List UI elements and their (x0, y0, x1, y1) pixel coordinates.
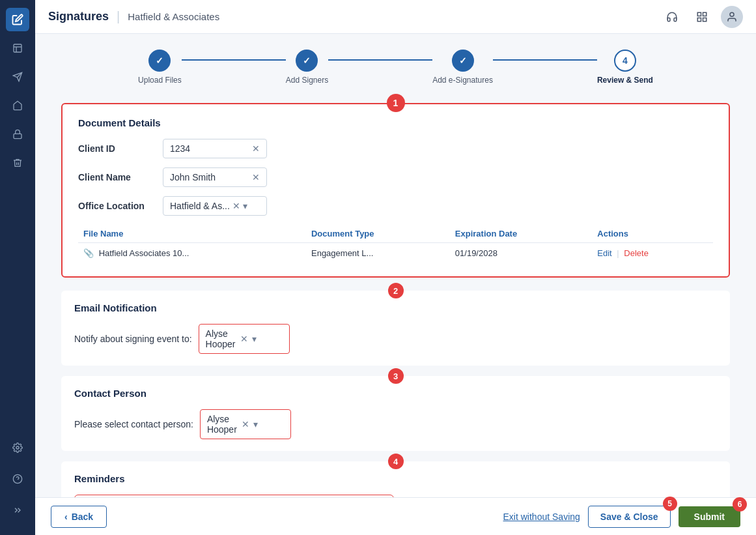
step-label-esig: Add e-Signatures (432, 76, 493, 85)
step-circle-esig: ✓ (452, 50, 474, 72)
client-id-value: 1234 (170, 143, 247, 154)
doc-details-title: Document Details (78, 117, 713, 128)
svg-rect-9 (697, 12, 701, 16)
reminders-box: Send automatic reminders every 7 days ▾ … (74, 495, 394, 497)
document-details-section: 1 Document Details Client ID 1234 ✕ Clie… (61, 103, 730, 278)
client-id-row: Client ID 1234 ✕ (78, 139, 713, 158)
submit-wrapper: 6 Submit (679, 506, 740, 527)
step-line-3 (493, 59, 597, 61)
back-button[interactable]: ‹ Back (51, 506, 107, 528)
action-separator: | (617, 248, 619, 258)
stepper: ✓ Upload Files ✓ Add Signers ✓ Add e-Sig… (61, 50, 730, 85)
submit-button[interactable]: Submit (679, 506, 740, 527)
client-name-value: John Smith (170, 172, 247, 182)
svg-point-6 (16, 446, 19, 449)
col-header-actions: Actions (592, 225, 713, 243)
email-notification-select[interactable]: Alyse Hooper ✕ ▾ (199, 324, 290, 354)
svg-rect-12 (703, 18, 707, 21)
sidebar-item-docs[interactable] (6, 36, 29, 60)
exit-without-saving-button[interactable]: Exit without Saving (503, 512, 580, 522)
user-avatar[interactable] (721, 6, 743, 28)
contact-select-row: Please select contact person: Alyse Hoop… (74, 409, 717, 439)
office-location-clear-button[interactable]: ✕ (232, 201, 240, 210)
client-name-input[interactable]: John Smith ✕ (163, 167, 267, 187)
sidebar-item-settings[interactable] (6, 436, 29, 459)
back-chevron-icon: ‹ (64, 512, 68, 522)
section-badge-2: 2 (388, 283, 404, 298)
client-id-input[interactable]: 1234 ✕ (163, 139, 267, 158)
reminders-section: 4 Reminders Send automatic reminders eve… (61, 461, 730, 497)
email-notification-section: 2 Email Notification Notify about signin… (61, 291, 730, 366)
email-notification-title: Email Notification (74, 302, 717, 313)
step-upload: ✓ Upload Files (138, 50, 182, 85)
save-close-button[interactable]: Save & Close (588, 506, 671, 528)
contact-person-section: 3 Contact Person Please select contact p… (61, 376, 730, 451)
step-esignatures: ✓ Add e-Signatures (432, 50, 493, 85)
headphone-icon[interactable] (661, 6, 683, 28)
step-label-upload: Upload Files (138, 76, 182, 85)
client-name-row: Client Name John Smith ✕ (78, 167, 713, 187)
step-review: 4 Review & Send (597, 50, 653, 85)
svg-rect-10 (703, 12, 707, 16)
office-location-label: Office Location (78, 201, 163, 211)
sidebar-item-expand[interactable] (6, 499, 29, 522)
office-location-row: Office Location Hatfield & As... ✕ ▾ (78, 196, 713, 216)
back-button-label: Back (72, 512, 93, 522)
sidebar-item-help[interactable] (6, 467, 29, 491)
client-id-label: Client ID (78, 143, 163, 154)
email-notification-clear[interactable]: ✕ (240, 334, 248, 343)
email-notification-value: Alyse Hooper (206, 328, 236, 349)
col-header-doctype: Document Type (306, 225, 450, 243)
section-badge-3: 3 (388, 368, 404, 384)
save-close-wrapper: 5 Save & Close (588, 506, 671, 528)
step-label-review: Review & Send (597, 76, 653, 85)
step-signers: ✓ Add Signers (286, 50, 328, 85)
step-circle-upload: ✓ (148, 50, 171, 72)
filename-value: Hatfield Associates 10... (99, 248, 189, 258)
section-badge-6: 6 (733, 497, 747, 512)
sidebar-item-lock[interactable] (6, 123, 29, 146)
col-header-expiration: Expiration Date (450, 225, 592, 243)
contact-select-label: Please select contact person: (74, 419, 193, 429)
topbar: Signatures | Hatfield & Associates (35, 0, 756, 34)
cell-doctype: Engagement L... (306, 243, 450, 264)
client-name-clear-button[interactable]: ✕ (252, 173, 260, 182)
step-line-2 (328, 59, 432, 61)
step-line-1 (182, 59, 286, 61)
grid-icon[interactable] (691, 6, 713, 28)
office-location-chevron: ▾ (243, 201, 247, 211)
footer: ‹ Back Exit without Saving 5 Save & Clos… (35, 497, 756, 535)
contact-person-clear[interactable]: ✕ (242, 420, 249, 429)
cell-filename: 📎 Hatfield Associates 10... (78, 243, 306, 264)
sidebar-item-trash[interactable] (6, 151, 29, 175)
client-name-label: Client Name (78, 172, 163, 182)
svg-rect-0 (14, 44, 21, 52)
sidebar (0, 0, 35, 535)
svg-point-13 (730, 12, 734, 16)
section-badge-5: 5 (663, 497, 677, 511)
notify-label: Notify about signing event to: (74, 334, 192, 344)
delete-action-link[interactable]: Delete (624, 248, 649, 258)
email-chevron-icon: ▾ (252, 334, 283, 344)
notify-row: Notify about signing event to: Alyse Hoo… (74, 324, 717, 354)
files-table: File Name Document Type Expiration Date … (78, 225, 713, 263)
edit-action-link[interactable]: Edit (597, 248, 611, 258)
col-header-filename: File Name (78, 225, 306, 243)
company-name: Hatfield & Associates (128, 11, 219, 22)
sidebar-item-inbox[interactable] (6, 94, 29, 117)
step-circle-signers: ✓ (296, 50, 318, 72)
contact-person-select[interactable]: Alyse Hooper ✕ ▾ (200, 409, 291, 439)
main-area: Signatures | Hatfield & Associates ✓ Upl… (35, 0, 756, 535)
client-id-clear-button[interactable]: ✕ (252, 144, 260, 153)
step-label-signers: Add Signers (286, 76, 328, 85)
office-location-select[interactable]: Hatfield & As... ✕ ▾ (163, 196, 267, 216)
sidebar-item-send[interactable] (6, 65, 29, 89)
content-area: ✓ Upload Files ✓ Add Signers ✓ Add e-Sig… (35, 34, 756, 497)
table-row: 📎 Hatfield Associates 10... Engagement L… (78, 243, 713, 264)
topbar-right (661, 6, 743, 28)
cell-actions: Edit | Delete (592, 243, 713, 264)
cell-expiration: 01/19/2028 (450, 243, 592, 264)
sidebar-item-edit[interactable] (6, 8, 29, 31)
section-badge-4: 4 (388, 454, 404, 469)
contact-person-value: Alyse Hooper (207, 414, 238, 435)
